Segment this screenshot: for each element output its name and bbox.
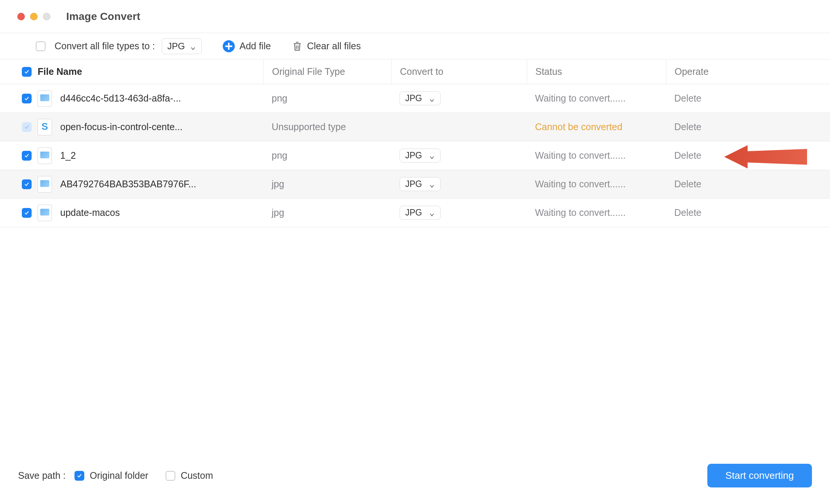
- chevron-down-icon: [429, 210, 435, 216]
- row-checkbox[interactable]: [22, 208, 32, 218]
- add-file-label: Add file: [239, 41, 271, 52]
- convert-all-format-select[interactable]: JPG: [162, 38, 202, 54]
- file-thumbnail-icon: [38, 147, 52, 164]
- chevron-down-icon: [190, 43, 196, 49]
- clear-all-button[interactable]: Clear all files: [292, 41, 361, 52]
- window-controls: [17, 13, 50, 20]
- footer: Save path : Original folder Custom Start…: [0, 464, 830, 487]
- column-header-filename: File Name: [38, 66, 263, 77]
- convert-all-format-value: JPG: [167, 41, 185, 52]
- delete-button[interactable]: Delete: [666, 207, 830, 218]
- file-thumbnail-icon: [38, 90, 52, 107]
- minimize-window-button[interactable]: [30, 13, 38, 20]
- row-checkbox[interactable]: [22, 151, 32, 161]
- table-row: open-focus-in-control-cente...Unsupporte…: [0, 113, 830, 141]
- column-header-status: Status: [527, 59, 666, 84]
- row-checkbox[interactable]: [22, 94, 32, 103]
- convert-to-value: JPG: [405, 208, 422, 218]
- delete-button[interactable]: Delete: [666, 121, 830, 132]
- delete-button[interactable]: Delete: [666, 179, 830, 190]
- delete-button[interactable]: Delete: [666, 93, 830, 104]
- table-row: update-macosjpgJPGWaiting to convert....…: [0, 199, 830, 227]
- start-converting-button[interactable]: Start converting: [707, 464, 812, 487]
- file-name: update-macos: [60, 207, 120, 218]
- original-file-type: Unsupported type: [263, 121, 391, 132]
- original-file-type: png: [263, 93, 391, 104]
- close-window-button[interactable]: [17, 13, 25, 20]
- status-text: Waiting to convert......: [527, 179, 666, 190]
- convert-all-checkbox[interactable]: [36, 41, 46, 51]
- convert-to-value: JPG: [405, 179, 422, 189]
- column-header-convert-to: Convert to: [391, 59, 527, 84]
- convert-to-select[interactable]: JPG: [400, 91, 441, 105]
- column-header-operate: Operate: [666, 59, 830, 84]
- trash-icon: [292, 41, 303, 52]
- status-text: Cannot be converted: [527, 121, 666, 132]
- convert-to-value: JPG: [405, 150, 422, 161]
- file-thumbnail-icon: [38, 119, 52, 135]
- convert-all-label: Convert all file types to :: [55, 41, 155, 52]
- file-name: AB4792764BAB353BAB7976F...: [60, 179, 196, 190]
- status-text: Waiting to convert......: [527, 150, 666, 161]
- add-file-button[interactable]: Add file: [223, 40, 271, 52]
- status-text: Waiting to convert......: [527, 93, 666, 104]
- file-name: d446cc4c-5d13-463d-a8fa-...: [60, 93, 181, 104]
- select-all-checkbox[interactable]: [22, 67, 32, 77]
- save-original-folder-label: Original folder: [90, 470, 148, 481]
- app-title: Image Convert: [66, 11, 140, 23]
- save-custom-checkbox[interactable]: [166, 471, 175, 481]
- convert-to-select[interactable]: JPG: [400, 149, 441, 162]
- plus-icon: [223, 40, 235, 52]
- table-row: AB4792764BAB353BAB7976F...jpgJPGWaiting …: [0, 170, 830, 199]
- save-path-group: Save path : Original folder Custom: [18, 470, 213, 481]
- delete-button[interactable]: Delete: [666, 150, 830, 161]
- row-checkbox[interactable]: [22, 179, 32, 189]
- save-original-folder-checkbox[interactable]: [74, 471, 84, 481]
- chevron-down-icon: [429, 181, 435, 187]
- original-file-type: png: [263, 150, 391, 161]
- toolbar: Convert all file types to : JPG Add file…: [0, 33, 830, 59]
- file-table-body: d446cc4c-5d13-463d-a8fa-...pngJPGWaiting…: [0, 84, 830, 227]
- convert-to-select[interactable]: JPG: [400, 206, 441, 220]
- column-header-original-type: Original File Type: [263, 59, 391, 84]
- table-row: 1_2pngJPGWaiting to convert......Delete: [0, 141, 830, 170]
- table-header: File Name Original File Type Convert to …: [0, 59, 830, 84]
- row-checkbox[interactable]: [22, 122, 32, 132]
- chevron-down-icon: [429, 96, 435, 102]
- original-file-type: jpg: [263, 207, 391, 218]
- zoom-window-button[interactable]: [43, 13, 50, 20]
- table-row: d446cc4c-5d13-463d-a8fa-...pngJPGWaiting…: [0, 84, 830, 113]
- save-path-label: Save path :: [18, 470, 65, 481]
- titlebar: Image Convert: [0, 0, 830, 33]
- clear-all-label: Clear all files: [307, 41, 361, 52]
- original-file-type: jpg: [263, 179, 391, 190]
- file-name: 1_2: [60, 150, 76, 161]
- convert-to-value: JPG: [405, 93, 422, 103]
- file-name: open-focus-in-control-cente...: [60, 121, 182, 132]
- chevron-down-icon: [429, 153, 435, 159]
- status-text: Waiting to convert......: [527, 207, 666, 218]
- file-thumbnail-icon: [38, 176, 52, 193]
- convert-to-select[interactable]: JPG: [400, 177, 441, 191]
- file-thumbnail-icon: [38, 205, 52, 221]
- save-custom-label: Custom: [181, 470, 213, 481]
